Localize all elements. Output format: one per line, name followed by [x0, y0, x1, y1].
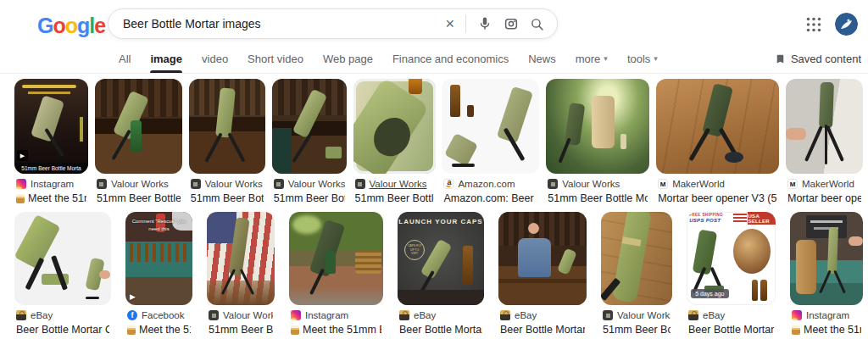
image-result[interactable]: MakerWorld Mortar beer opener V3 (50cl a…: [656, 79, 779, 206]
logo-letter: g: [77, 14, 89, 37]
result-source[interactable]: Facebook: [127, 310, 191, 320]
result-thumbnail[interactable]: [95, 79, 182, 174]
result-thumbnail[interactable]: [442, 79, 539, 174]
result-thumbnail[interactable]: Comment "Rescue" you need this ▶: [125, 212, 192, 305]
decor: [497, 86, 533, 143]
result-thumbnail[interactable]: [189, 79, 265, 174]
result-source[interactable]: eBay: [16, 310, 109, 320]
result-thumbnail[interactable]: FREE SHIPPING USPS POST USA SELLER 5 day…: [687, 212, 776, 305]
decor: [130, 243, 189, 262]
result-title[interactable]: 51mm Beer Bottle ...: [97, 192, 181, 204]
saved-content-button[interactable]: Saved content: [775, 44, 861, 73]
image-result[interactable]: Valour Works 51mm Beer Bottle ...: [272, 79, 347, 206]
decor: [326, 251, 336, 273]
result-title[interactable]: Mortar beer opene...: [787, 192, 861, 204]
lens-icon[interactable]: [504, 16, 519, 31]
tab-video[interactable]: video: [202, 44, 228, 73]
image-result-hovered[interactable]: Valour Works 51mm Beer Bottle ...: [353, 79, 436, 206]
image-result[interactable]: Valour Works 51mm Beer Bottle ...: [95, 79, 182, 206]
search-input[interactable]: [108, 17, 445, 31]
result-title[interactable]: Beer Bottle Mortar Ope...: [399, 324, 482, 336]
result-thumbnail[interactable]: [14, 212, 111, 305]
result-source[interactable]: Valour Works: [97, 179, 181, 189]
tab-news[interactable]: News: [528, 44, 556, 73]
result-source[interactable]: Amazon.com: [443, 179, 537, 189]
decor: [833, 270, 846, 294]
result-title[interactable]: Meet the 51m...: [127, 324, 191, 336]
image-result[interactable]: MakerWorld Mortar beer opene...: [786, 79, 863, 206]
image-result[interactable]: Valour Works 51mm Beer Bottle ...: [601, 212, 672, 337]
result-title[interactable]: Mortar beer opener V3 (50cl and ...: [658, 192, 777, 204]
image-result[interactable]: FREE SHIPPING USPS POST USA SELLER 5 day…: [687, 212, 776, 337]
result-thumbnail[interactable]: [546, 79, 649, 174]
tools-button[interactable]: tools▾: [627, 44, 658, 73]
result-thumbnail[interactable]: [656, 79, 779, 174]
search-bar[interactable]: ×: [108, 8, 558, 39]
instagram-favicon: [16, 179, 26, 189]
tab-finance[interactable]: Finance and economics: [392, 44, 509, 73]
image-result[interactable]: eBay Beer Bottle Mortar Open...: [14, 212, 111, 337]
result-source[interactable]: Instagram: [291, 310, 381, 320]
result-thumbnail[interactable]: [601, 212, 672, 305]
result-title[interactable]: Meet the 51m...: [16, 192, 86, 204]
image-result[interactable]: Valour Works 51mm Beer Bottle ...: [207, 212, 275, 337]
result-thumbnail[interactable]: [272, 79, 347, 174]
result-source[interactable]: Instagram: [792, 310, 861, 320]
result-source[interactable]: MakerWorld: [658, 179, 777, 189]
image-result[interactable]: Instagram Meet the 51mm Bee...: [289, 212, 383, 337]
valour-works-favicon: [355, 179, 365, 189]
apps-grid-icon[interactable]: [806, 17, 821, 32]
image-result[interactable]: LAUNCH YOUR CAPS CAPS FLY UP TO 15FT eBa…: [398, 212, 484, 337]
result-title[interactable]: 51mm Beer Bottle Mortar ...: [548, 192, 648, 204]
result-title[interactable]: Beer Bottle Mortar Ope...: [500, 324, 585, 336]
image-result[interactable]: eBay Beer Bottle Mortar Ope...: [498, 212, 587, 337]
result-source[interactable]: eBay: [399, 310, 482, 320]
image-result[interactable]: Amazon.com Amazon.com: Beer Bottl...: [442, 79, 539, 206]
result-source[interactable]: Valour Works: [603, 310, 670, 320]
result-title[interactable]: 51mm Beer Bottle ...: [603, 324, 670, 336]
result-source[interactable]: eBay: [500, 310, 585, 320]
result-source[interactable]: Instagram: [16, 179, 86, 189]
result-source[interactable]: Valour Works: [355, 179, 434, 189]
result-thumbnail[interactable]: LAUNCH YOUR CAPS CAPS FLY UP TO 15FT: [398, 212, 484, 305]
result-thumbnail[interactable]: [786, 79, 863, 174]
result-title[interactable]: 51mm Beer Bottle ...: [209, 324, 273, 336]
result-title[interactable]: Amazon.com: Beer Bottl...: [443, 192, 537, 204]
result-thumbnail[interactable]: ▶ 51mm Beer Bottle Morta: [14, 79, 88, 174]
result-title[interactable]: Beer Bottle Mortar Open...: [16, 324, 109, 336]
result-source[interactable]: Valour Works: [191, 179, 264, 189]
google-logo[interactable]: Google: [37, 14, 105, 38]
result-thumbnail[interactable]: [207, 212, 275, 305]
result-thumbnail[interactable]: [498, 212, 587, 305]
image-result[interactable]: Valour Works 51mm Beer Bottle Mortar ...: [546, 79, 649, 206]
result-thumbnail[interactable]: [353, 79, 436, 174]
account-avatar[interactable]: [835, 13, 858, 36]
result-source[interactable]: Valour Works: [548, 179, 648, 189]
clear-icon[interactable]: ×: [445, 16, 454, 31]
tab-short-video[interactable]: Short video: [248, 44, 303, 73]
result-thumbnail[interactable]: [790, 212, 863, 305]
instagram-favicon: [291, 310, 301, 320]
result-title[interactable]: 51mm Beer Bottle ...: [191, 192, 264, 204]
result-source[interactable]: MakerWorld: [787, 179, 861, 189]
result-title[interactable]: 51mm Beer Bottle ...: [274, 192, 345, 204]
result-title[interactable]: Beer Bottle Mortar Ope...: [688, 324, 774, 336]
image-result[interactable]: Instagram Meet the 51m...: [790, 212, 863, 337]
tab-more[interactable]: more▾: [576, 44, 608, 73]
result-title[interactable]: Meet the 51mm Bee...: [291, 324, 381, 336]
result-source[interactable]: eBay: [688, 310, 774, 320]
result-source[interactable]: Valour Works: [274, 179, 345, 189]
result-thumbnail[interactable]: [289, 212, 383, 305]
image-result[interactable]: Comment "Rescue" you need this ▶ Faceboo…: [125, 212, 192, 337]
tab-image[interactable]: image: [150, 44, 182, 73]
result-title[interactable]: Meet the 51m...: [792, 324, 861, 336]
image-result[interactable]: ▶ 51mm Beer Bottle Morta Instagram Meet …: [14, 79, 88, 206]
search-icon[interactable]: [530, 17, 544, 31]
tab-all[interactable]: All: [119, 44, 131, 73]
tab-web-page[interactable]: Web page: [323, 44, 373, 73]
result-title[interactable]: 51mm Beer Bottle ...: [355, 192, 434, 204]
video-caption: 51mm Beer Bottle Morta: [14, 163, 88, 174]
microphone-icon[interactable]: [477, 16, 492, 31]
result-source[interactable]: Valour Works: [209, 310, 273, 320]
image-result[interactable]: Valour Works 51mm Beer Bottle ...: [189, 79, 265, 206]
